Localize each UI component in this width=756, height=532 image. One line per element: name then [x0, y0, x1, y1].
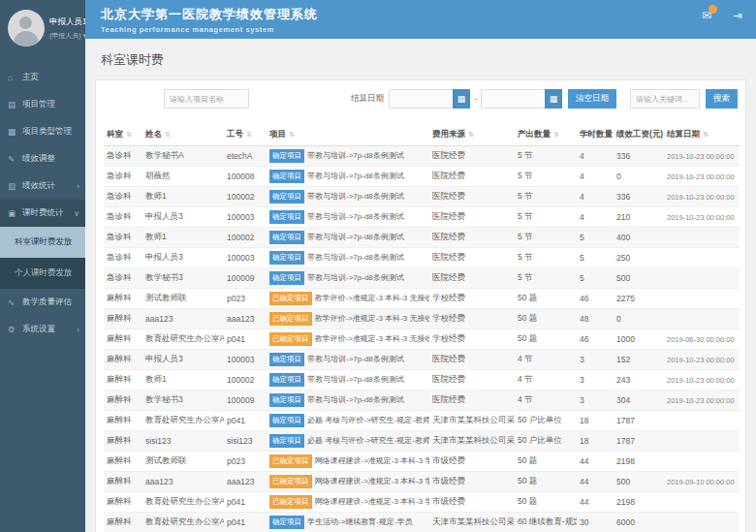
cell-settle-date: 2019-10-23 00:00:00 — [664, 350, 740, 370]
sort-icon[interactable]: ⇅ — [246, 131, 252, 138]
project-name: 带教与培训->7p-d8条例测试 — [307, 375, 404, 384]
cell-name: 教师1 — [142, 187, 224, 207]
confirm-project-button[interactable]: 确定项目 — [269, 190, 304, 203]
cell-employee-id: 100002 — [224, 228, 267, 248]
cell-employee-id: aaa123 — [224, 472, 267, 492]
project-search-input[interactable] — [164, 89, 249, 109]
chevron-right-icon: › — [77, 182, 79, 191]
table-row: 麻醉科sisi123sisi123确定项目必题 考核与评价->研究生-规定-教师… — [104, 431, 740, 452]
message-icon[interactable]: ✉ — [702, 9, 711, 39]
column-header[interactable]: 科室⇅ — [104, 124, 142, 146]
column-header[interactable]: 费用来源⇅ — [429, 124, 515, 146]
keyword-search-input[interactable] — [630, 89, 700, 109]
cell-settle-date — [664, 513, 740, 532]
cell-salary: 1787 — [614, 411, 664, 431]
app-window: 申报人员1 (申报人员) ▾ ⌂主页▤项目管理▦项目类型管理✎绩效调整▥绩效统计… — [0, 0, 756, 532]
table-row: 麻醉科教育处研究生办公室Ap041已确定项目网络课程建设->准规定-3 本科-3… — [104, 492, 740, 513]
cell-settle-date: 2019-10-23 00:00:00 — [664, 370, 740, 391]
sidebar-item[interactable]: ▤项目管理 — [0, 91, 85, 118]
calendar-icon[interactable]: ▦ — [453, 89, 470, 109]
sort-icon[interactable]: ⇅ — [553, 131, 559, 138]
cell-settle-date — [664, 411, 740, 431]
confirmed-project-button[interactable]: 已确定项目 — [269, 312, 312, 326]
date-from-input[interactable] — [389, 89, 453, 109]
confirmed-project-button[interactable]: 已确定项目 — [269, 454, 312, 468]
sidebar-subitem[interactable]: 个人课时费发放 — [0, 258, 85, 289]
notification-badge — [709, 5, 717, 14]
toolbar: 结算日期 ▦ - ▦ 清空日期 搜索 — [104, 89, 738, 109]
confirm-project-button[interactable]: 确定项目 — [269, 170, 304, 183]
sort-icon[interactable]: ⇅ — [126, 131, 132, 138]
cell-fee-source: 学校经费 — [429, 329, 515, 350]
cell-department: 麻醉科 — [104, 350, 142, 370]
cell-name: aaa123 — [142, 472, 224, 492]
cell-output-qty: 4 节 — [515, 370, 577, 391]
user-role-dropdown[interactable]: (申报人员) ▾ — [49, 31, 80, 41]
table-row: 麻醉科测试教师联p023已确定项目教学评价->准规定-3 本科-3 无接收人学校… — [104, 289, 740, 309]
sidebar-item[interactable]: ▥绩效统计› — [0, 172, 85, 200]
user-panel: 申报人员1 (申报人员) ▾ — [0, 0, 85, 60]
cell-output-qty: 50 题 — [515, 472, 577, 492]
sort-icon[interactable]: ⇅ — [289, 131, 295, 138]
confirm-project-button[interactable]: 确定项目 — [269, 271, 304, 285]
cell-fee-source: 医院经费 — [429, 268, 515, 289]
confirmed-project-button[interactable]: 已确定项目 — [269, 475, 312, 488]
project-name: 带教与培训->7p-d8条例测试 — [307, 151, 404, 160]
sidebar-item[interactable]: ⚙系统设置› — [0, 316, 85, 343]
cell-project: 确定项目带教与培训->7p-d8条例测试 — [267, 248, 429, 268]
sort-icon[interactable]: ⇅ — [703, 131, 709, 138]
cell-salary: 500 — [614, 472, 664, 492]
confirm-project-button[interactable]: 确定项目 — [269, 353, 304, 366]
column-header[interactable]: 工号⇅ — [224, 124, 267, 146]
confirm-project-button[interactable]: 确定项目 — [269, 434, 304, 448]
cell-salary: 6000 — [614, 513, 664, 532]
cell-settle-date — [664, 452, 740, 472]
confirm-project-button[interactable]: 确定项目 — [269, 231, 304, 244]
column-header[interactable]: 结算日期⇅ — [664, 124, 740, 146]
sidebar-item[interactable]: ▣课时费统计∨ — [0, 200, 85, 227]
sort-icon[interactable]: ⇅ — [165, 131, 171, 138]
cell-project: 确定项目带教与培训->7p-d8条例测试 — [267, 187, 429, 207]
column-header[interactable]: 产出数量⇅ — [515, 124, 577, 146]
column-header[interactable]: 姓名⇅ — [142, 124, 224, 146]
sidebar-item-label: 项目类型管理 — [22, 126, 72, 138]
sidebar-item[interactable]: ✎绩效调整 — [0, 145, 85, 172]
sidebar-item[interactable]: ⌂主页 — [0, 64, 85, 91]
confirm-project-button[interactable]: 确定项目 — [269, 393, 304, 407]
confirmed-project-button[interactable]: 已确定项目 — [269, 332, 312, 346]
confirm-project-button[interactable]: 确定项目 — [269, 149, 304, 163]
sidebar-subitem[interactable]: 科室课时费发放 — [0, 227, 85, 258]
date-to-input[interactable] — [481, 89, 545, 109]
clear-date-button[interactable]: 清空日期 — [568, 89, 616, 109]
bar-chart-icon: ▥ — [8, 181, 19, 191]
cell-name: 胡薇然 — [142, 167, 224, 187]
confirm-project-button[interactable]: 确定项目 — [269, 414, 304, 427]
confirmed-project-button[interactable]: 已确定项目 — [269, 292, 312, 305]
cell-name: 教育处研究生办公室A — [142, 492, 224, 513]
cell-project: 确定项目带教与培训->7p-d8条例测试 — [267, 207, 429, 228]
confirm-project-button[interactable]: 确定项目 — [269, 516, 304, 529]
search-button[interactable]: 搜索 — [706, 89, 738, 109]
cell-department: 急诊科 — [104, 228, 142, 248]
sidebar-item[interactable]: ▦项目类型管理 — [0, 118, 85, 145]
confirm-project-button[interactable]: 确定项目 — [269, 373, 304, 387]
calendar-icon[interactable]: ▦ — [545, 89, 562, 109]
column-header[interactable]: 项目⇅ — [267, 124, 429, 146]
cell-department: 麻醉科 — [104, 431, 142, 452]
confirmed-project-button[interactable]: 已确定项目 — [269, 495, 312, 509]
project-name: 教学评价->准规定-3 本科-3 无接收人 — [315, 314, 430, 323]
sidebar-item[interactable]: ∿教学质量评估 — [0, 289, 85, 316]
cell-fee-source: 市级经费 — [429, 452, 515, 472]
project-name: 教学评价->准规定-3 本科-3 无接收人 — [315, 334, 430, 343]
column-header[interactable]: 学时数量⇅ — [577, 124, 614, 146]
confirm-project-button[interactable]: 确定项目 — [269, 251, 304, 265]
cell-hours-qty: 3 — [577, 350, 614, 370]
cell-department: 急诊科 — [104, 146, 142, 167]
cell-name: 教师1 — [142, 370, 224, 391]
confirm-project-button[interactable]: 确定项目 — [269, 210, 304, 224]
table-row: 麻醉科申报人员3100003确定项目带教与培训->7p-d8条例测试医院经费4 … — [104, 350, 740, 370]
column-header[interactable]: 绩效工资(元)⇅ — [614, 124, 664, 146]
logout-icon[interactable]: ⇥ — [733, 9, 742, 39]
cell-department: 麻醉科 — [104, 391, 142, 411]
sort-icon[interactable]: ⇅ — [468, 131, 474, 138]
